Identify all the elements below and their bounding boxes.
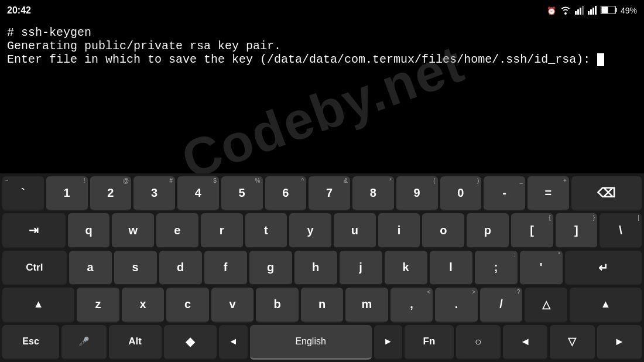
alt-key[interactable]: Alt (109, 325, 162, 360)
down-key[interactable]: ▽ (550, 325, 594, 360)
battery-percent: 49% (621, 6, 637, 15)
esc-key[interactable]: Esc (2, 325, 59, 360)
space-key[interactable]: English (250, 325, 372, 360)
key-equals[interactable]: += (527, 176, 569, 211)
key-g[interactable]: g (249, 251, 292, 285)
keyboard: ~` !1 @2 #3 $4 %5 ^6 &7 *8 (9 )0 _- += ⌫… (0, 173, 644, 362)
terminal-line1: # ssh-keygen (7, 26, 91, 39)
key-x[interactable]: x (122, 288, 165, 322)
terminal: # ssh-keygen Generating public/private r… (0, 21, 644, 179)
key-period[interactable]: >. (435, 288, 478, 322)
key-i[interactable]: i (378, 213, 420, 248)
svg-rect-3 (582, 6, 584, 15)
fn-key[interactable]: Fn (405, 325, 453, 360)
key-minus[interactable]: _- (484, 176, 525, 211)
battery-icon (601, 6, 617, 16)
svg-rect-0 (575, 11, 577, 15)
keyboard-row-qwerty: ⇥ q w e r t y u i o p {[ }] |\ (2, 213, 642, 248)
lang-right-key[interactable]: ► (374, 325, 403, 360)
key-b[interactable]: b (256, 288, 299, 322)
alarm-icon: ⏰ (547, 6, 556, 15)
signal-icon-1 (575, 5, 584, 16)
keyboard-row-numbers: ~` !1 @2 #3 $4 %5 ^6 &7 *8 (9 )0 _- += ⌫ (2, 176, 642, 211)
home-key[interactable]: ○ (456, 325, 501, 360)
key-d[interactable]: d (159, 251, 202, 285)
svg-rect-10 (601, 6, 608, 13)
svg-rect-5 (590, 9, 592, 15)
keyboard-row-asdf: Ctrl a s d f g h j k l :; "' ↵ (2, 251, 642, 285)
key-y[interactable]: y (289, 213, 331, 248)
key-quote[interactable]: "' (520, 251, 563, 285)
lang-left-key[interactable]: ◄ (219, 325, 248, 360)
key-t[interactable]: t (245, 213, 287, 248)
key-5[interactable]: %5 (221, 176, 263, 211)
key-r[interactable]: r (201, 213, 243, 248)
key-z[interactable]: z (77, 288, 119, 322)
key-a[interactable]: a (69, 251, 112, 285)
key-q[interactable]: q (68, 213, 110, 248)
triangle-key[interactable]: △ (525, 288, 567, 322)
key-m[interactable]: m (345, 288, 388, 322)
key-e[interactable]: e (156, 213, 198, 248)
status-time: 20:42 (7, 5, 31, 16)
keyboard-row-zxcv: ▲ z x c v b n m <, >. ?/ △ ▲ (2, 288, 642, 322)
svg-rect-6 (592, 8, 594, 15)
forward-key[interactable]: ► (597, 325, 642, 360)
key-0[interactable]: )0 (440, 176, 482, 211)
key-lbracket[interactable]: {[ (511, 213, 553, 248)
key-u[interactable]: u (334, 213, 376, 248)
key-1[interactable]: !1 (46, 176, 88, 211)
key-7[interactable]: &7 (309, 176, 350, 211)
key-backslash[interactable]: |\ (600, 213, 642, 248)
shift-left-key[interactable]: ▲ (2, 288, 74, 322)
key-9[interactable]: (9 (396, 176, 438, 211)
svg-rect-7 (595, 6, 597, 15)
svg-rect-1 (577, 9, 579, 15)
tab-key[interactable]: ⇥ (2, 213, 66, 248)
key-p[interactable]: p (467, 213, 509, 248)
terminal-line3: Enter file in which to save the key (/da… (7, 53, 597, 66)
key-w[interactable]: w (112, 213, 154, 248)
key-slash[interactable]: ?/ (480, 288, 523, 322)
key-n[interactable]: n (301, 288, 344, 322)
key-l[interactable]: l (430, 251, 472, 285)
shift-right-key[interactable]: ▲ (570, 288, 642, 322)
key-rbracket[interactable]: }] (556, 213, 598, 248)
cursor (597, 53, 604, 66)
terminal-line2: Generating public/private rsa key pair. (7, 39, 281, 53)
backspace-key[interactable]: ⌫ (571, 176, 642, 211)
key-4[interactable]: $4 (177, 176, 219, 211)
key-comma[interactable]: <, (390, 288, 433, 322)
key-8[interactable]: *8 (352, 176, 394, 211)
status-icons: ⏰ 49% (547, 5, 637, 16)
key-k[interactable]: k (385, 251, 427, 285)
keyboard-row-bottom: Esc 🎤 Alt ◆ ◄ English ► Fn ○ ◄ ▽ ► (2, 325, 642, 360)
key-o[interactable]: o (422, 213, 464, 248)
key-s[interactable]: s (114, 251, 157, 285)
key-j[interactable]: j (340, 251, 382, 285)
key-f[interactable]: f (204, 251, 247, 285)
swype-key[interactable]: ◆ (164, 325, 217, 360)
key-6[interactable]: ^6 (265, 176, 307, 211)
key-semicolon[interactable]: :; (475, 251, 518, 285)
key-c[interactable]: c (166, 288, 209, 322)
wifi-icon (560, 5, 571, 16)
back-key[interactable]: ◄ (503, 325, 547, 360)
ctrl-key[interactable]: Ctrl (2, 251, 67, 285)
svg-rect-2 (580, 8, 581, 15)
key-backtick[interactable]: ~` (2, 176, 44, 211)
svg-rect-4 (588, 11, 590, 15)
key-2[interactable]: @2 (90, 176, 132, 211)
enter-key[interactable]: ↵ (565, 251, 642, 285)
status-bar: 20:42 ⏰ 49% (0, 0, 644, 21)
key-3[interactable]: #3 (133, 176, 175, 211)
svg-rect-9 (615, 8, 616, 12)
signal-icon-2 (588, 5, 597, 16)
key-v[interactable]: v (211, 288, 254, 322)
mic-key[interactable]: 🎤 (61, 325, 106, 360)
key-h[interactable]: h (294, 251, 337, 285)
